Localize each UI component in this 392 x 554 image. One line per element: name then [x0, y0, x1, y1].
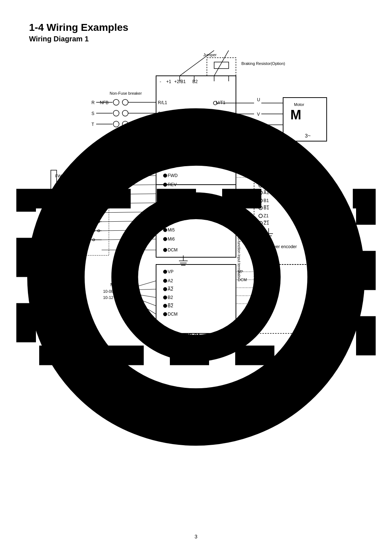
svg-rect-145 — [26, 199, 366, 356]
page-number: 3 — [195, 534, 197, 539]
